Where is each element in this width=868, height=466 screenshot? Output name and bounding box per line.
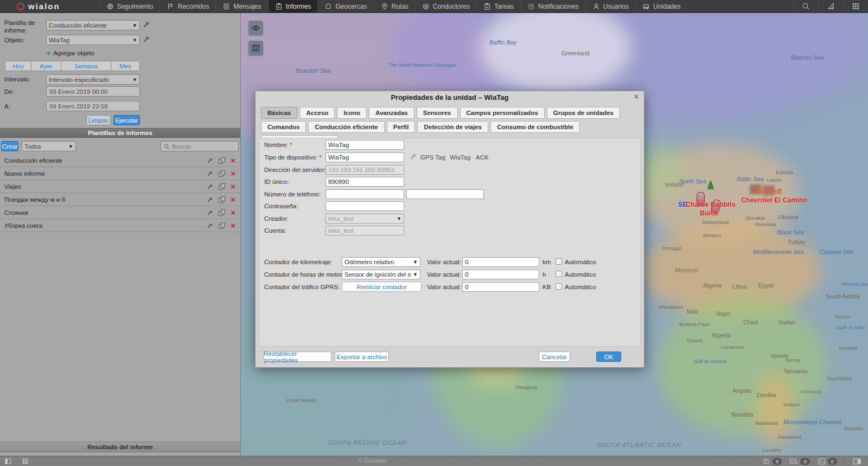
ok-button[interactable]: OK bbox=[596, 352, 621, 362]
nav-unidades[interactable]: Unidades bbox=[635, 0, 687, 12]
range-today-button[interactable]: Hoy bbox=[5, 61, 31, 71]
nav-notificaciones[interactable]: Notificaciones bbox=[520, 0, 585, 12]
device-type-wrench[interactable] bbox=[409, 152, 417, 162]
nav-geocercas[interactable]: Geocercas bbox=[317, 0, 373, 12]
interval-select[interactable]: Intervalo especificado▼ bbox=[46, 74, 140, 85]
gprs-auto-checkbox[interactable] bbox=[556, 283, 562, 290]
panel-toggle-button[interactable] bbox=[4, 458, 12, 465]
cancel-button[interactable]: Cancelar bbox=[539, 352, 570, 362]
template-search-input[interactable] bbox=[172, 143, 234, 150]
delete-icon[interactable]: × bbox=[231, 221, 235, 229]
unit-marker-arrow[interactable] bbox=[707, 180, 714, 189]
tab-acceso[interactable]: Acceso bbox=[299, 107, 335, 119]
wrench-icon[interactable] bbox=[206, 170, 213, 177]
tab-conduccion-eficiente[interactable]: Conducción eficiente bbox=[308, 121, 384, 133]
phone-input-1[interactable] bbox=[326, 189, 404, 199]
notifications-counter[interactable]: 0 bbox=[762, 458, 782, 465]
range-yesterday-button[interactable]: Ayer bbox=[31, 61, 61, 71]
tab-campos-personalizados[interactable]: Campos personalizados bbox=[460, 107, 545, 119]
close-icon[interactable]: × bbox=[634, 93, 639, 100]
copy-icon[interactable] bbox=[219, 209, 225, 216]
wrench-icon[interactable] bbox=[206, 222, 213, 229]
template-row[interactable]: Conducción eficiente × bbox=[0, 154, 241, 167]
to-date-input[interactable] bbox=[46, 101, 140, 111]
map-visibility-button[interactable] bbox=[248, 21, 263, 35]
add-object-button[interactable]: + Agregar objeto bbox=[46, 49, 94, 57]
template-row[interactable]: Nuevo informe × bbox=[0, 167, 241, 180]
object-select[interactable]: WiaTag▼ bbox=[46, 35, 140, 45]
tab-consumo-de-combustible[interactable]: Consumo de combustible bbox=[490, 121, 580, 133]
unit-name-label[interactable]: Buick bbox=[700, 209, 718, 217]
tab-avanzadas[interactable]: Avanzadas bbox=[369, 107, 414, 119]
copy-icon[interactable] bbox=[219, 183, 225, 190]
nav-conductores[interactable]: Conductores bbox=[415, 0, 476, 12]
mileage-value-input[interactable] bbox=[462, 257, 539, 267]
layout-panels-button[interactable] bbox=[853, 458, 861, 465]
search-button[interactable] bbox=[793, 0, 818, 12]
template-select[interactable]: Conducción eficiente▼ bbox=[46, 20, 140, 30]
template-row[interactable]: Поездки между м и б × bbox=[0, 193, 241, 206]
object-settings-wrench[interactable] bbox=[142, 35, 151, 43]
grid-view-button[interactable] bbox=[22, 458, 29, 465]
mileage-counter-select[interactable]: Odómetro relativo▼ bbox=[342, 257, 420, 267]
copy-icon[interactable] bbox=[219, 196, 225, 203]
engine-hours-select[interactable]: Sensor de ignición del mot▼ bbox=[342, 270, 420, 279]
reset-counter-button[interactable]: Reiniciar contador bbox=[342, 282, 422, 292]
name-input[interactable] bbox=[326, 140, 404, 150]
unique-id-input[interactable] bbox=[326, 177, 404, 187]
wrench-icon[interactable] bbox=[206, 196, 213, 203]
mileage-auto-checkbox[interactable] bbox=[556, 258, 562, 265]
from-date-input[interactable] bbox=[46, 86, 140, 97]
wrench-icon[interactable] bbox=[206, 157, 213, 164]
media-counter[interactable]: 0 bbox=[818, 458, 837, 465]
create-template-button[interactable]: Crear bbox=[1, 141, 18, 151]
export-to-file-button[interactable]: Exportar a archivo bbox=[335, 352, 389, 362]
tab-grupos-de-unidades[interactable]: Grupos de unidades bbox=[547, 107, 620, 119]
range-month-button[interactable]: Mes bbox=[111, 61, 140, 71]
phone-input-2[interactable] bbox=[406, 189, 484, 199]
nav-rutas[interactable]: Rutas bbox=[374, 0, 415, 12]
delete-icon[interactable]: × bbox=[231, 156, 235, 164]
unit-name-label[interactable]: Charlie Babbits bbox=[686, 201, 736, 208]
copy-icon[interactable] bbox=[219, 170, 225, 177]
delete-icon[interactable]: × bbox=[231, 182, 235, 190]
nav-mensajes[interactable]: Mensajes bbox=[215, 0, 267, 12]
tab-sensores[interactable]: Sensores bbox=[417, 107, 458, 119]
messages-counter[interactable]: 0 bbox=[789, 458, 809, 465]
unit-name-label[interactable]: GreenB bbox=[757, 188, 782, 195]
device-link-gps-tag[interactable]: GPS Tag bbox=[420, 154, 445, 161]
range-week-button[interactable]: Semana bbox=[61, 61, 111, 71]
clear-button[interactable]: Limpiar bbox=[86, 115, 111, 125]
reset-properties-button[interactable]: Restablecer propiedades bbox=[263, 352, 331, 362]
tab-comandos[interactable]: Comandos bbox=[261, 121, 306, 133]
template-row[interactable]: Viajes × bbox=[0, 180, 241, 193]
template-row[interactable]: Стоянки × bbox=[0, 206, 241, 219]
tab-deteccion-de-viajes[interactable]: Detección de viajes bbox=[417, 121, 488, 133]
template-row[interactable]: Уборка снега × bbox=[0, 219, 241, 232]
engine-hours-value-input[interactable] bbox=[462, 270, 539, 279]
template-settings-wrench[interactable] bbox=[142, 20, 151, 29]
template-filter-select[interactable]: Todos▼ bbox=[22, 141, 76, 151]
password-input[interactable] bbox=[326, 201, 404, 211]
device-link-ack[interactable]: ACK bbox=[476, 154, 489, 161]
map-layers-button[interactable] bbox=[248, 41, 263, 55]
nav-usuarios[interactable]: Usuarios bbox=[585, 0, 635, 12]
nav-seguimiento[interactable]: Seguimiento bbox=[99, 0, 160, 12]
delete-icon[interactable]: × bbox=[231, 195, 235, 203]
device-type-input[interactable] bbox=[326, 152, 404, 162]
wrench-icon[interactable] bbox=[206, 209, 213, 216]
nav-tareas[interactable]: Tareas bbox=[476, 0, 520, 12]
wrench-icon[interactable] bbox=[206, 183, 213, 190]
nav-informes[interactable]: Informes bbox=[268, 0, 318, 12]
nav-recorridos[interactable]: Recorridos bbox=[159, 0, 215, 12]
gprs-value-input[interactable] bbox=[462, 282, 539, 292]
ruler-tools-button[interactable] bbox=[818, 0, 843, 12]
device-link-wiatag[interactable]: WiaTag bbox=[450, 154, 470, 161]
delete-icon[interactable]: × bbox=[231, 208, 235, 216]
execute-button[interactable]: Ejecutar bbox=[113, 115, 140, 125]
apps-menu-button[interactable] bbox=[843, 0, 868, 12]
tab-basicas[interactable]: Básicas bbox=[261, 107, 297, 119]
unit-name-label[interactable]: Chevrolet El Camino bbox=[741, 196, 807, 204]
tab-perfil[interactable]: Perfil bbox=[387, 121, 416, 133]
copy-icon[interactable] bbox=[219, 222, 225, 229]
